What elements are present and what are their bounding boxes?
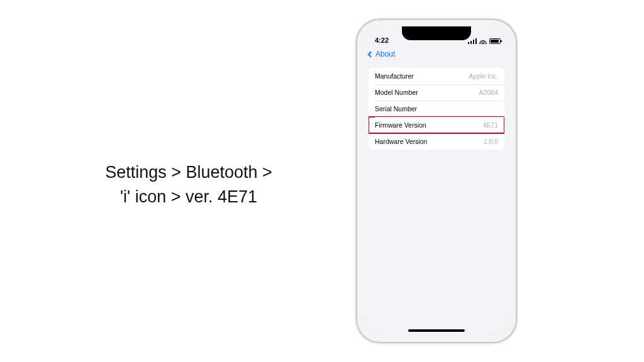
status-time: 4:22 [375, 36, 389, 44]
chevron-left-icon [368, 51, 374, 57]
row-label: Serial Number [375, 105, 417, 112]
row-label: Manufacturer [375, 72, 414, 80]
instruction-line-1: Settings > Bluetooth > [75, 160, 302, 185]
cellular-signal-icon [468, 38, 477, 44]
back-label: About [375, 50, 395, 58]
row-label: Firmware Version [375, 121, 426, 129]
phone-screen: 4:22 About Manufacturer Apple Inc. [364, 26, 509, 336]
status-indicators [468, 38, 501, 44]
phone-frame: 4:22 About Manufacturer Apple Inc. [357, 20, 516, 342]
row-hardware-version[interactable]: Hardware Version 1.0.0 [369, 133, 504, 150]
row-value: Apple Inc. [469, 72, 498, 80]
instruction-line-2: 'i' icon > ver. 4E71 [75, 185, 302, 209]
home-indicator[interactable] [408, 329, 465, 332]
battery-icon [489, 38, 501, 44]
nav-bar: About [364, 45, 509, 63]
wifi-icon [479, 38, 487, 44]
row-value: A2084 [479, 89, 498, 96]
row-value: 4E71 [482, 121, 498, 129]
instruction-text: Settings > Bluetooth > 'i' icon > ver. 4… [75, 160, 302, 209]
row-manufacturer[interactable]: Manufacturer Apple Inc. [369, 68, 504, 84]
settings-list: Manufacturer Apple Inc. Model Number A20… [369, 68, 504, 150]
phone-notch [402, 26, 471, 40]
row-value: 1.0.0 [484, 138, 498, 145]
row-model-number[interactable]: Model Number A2084 [369, 84, 504, 101]
row-firmware-version[interactable]: Firmware Version 4E71 [369, 117, 504, 133]
row-label: Hardware Version [375, 138, 427, 145]
row-label: Model Number [375, 89, 418, 96]
back-button[interactable]: About [369, 50, 395, 58]
row-serial-number[interactable]: Serial Number [369, 101, 504, 117]
